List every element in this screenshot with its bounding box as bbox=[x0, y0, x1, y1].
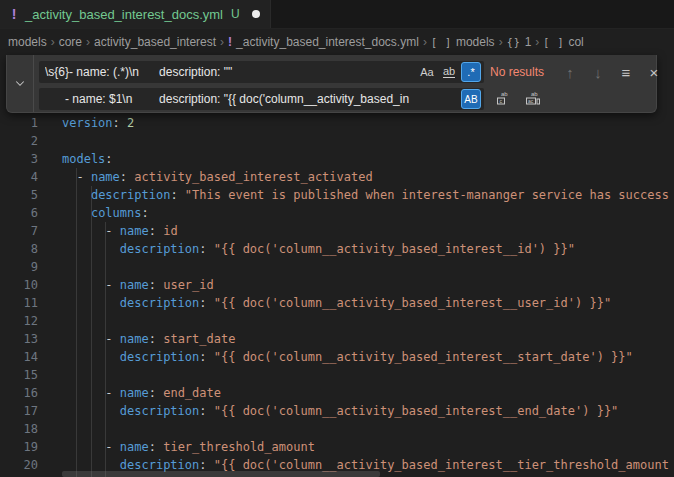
breadcrumb-label: core bbox=[59, 35, 82, 49]
find-input[interactable]: \s{6}- name: (.*)\n description: "" Aa a… bbox=[39, 61, 484, 83]
code-line[interactable]: - name: end_date bbox=[62, 384, 674, 402]
next-match-button[interactable]: ↓ bbox=[587, 61, 609, 83]
line-number: 20 bbox=[0, 456, 38, 474]
code-line[interactable]: - name: tier_threshold_amount bbox=[62, 438, 674, 456]
symbol-array-icon: [ ] bbox=[543, 37, 564, 48]
line-number: 14 bbox=[0, 348, 38, 366]
svg-text:ab: ab bbox=[501, 91, 508, 97]
horizontal-scrollbar[interactable] bbox=[62, 471, 380, 477]
code-line[interactable]: - name: id bbox=[62, 222, 674, 240]
breadcrumb-separator: › bbox=[499, 35, 503, 49]
previous-match-button[interactable]: ↑ bbox=[559, 61, 581, 83]
breadcrumb-item[interactable]: models bbox=[8, 35, 47, 49]
code-lines: version: 2models: - name: activity_based… bbox=[62, 114, 674, 474]
code-line[interactable]: description: "{{ doc('column__activity_b… bbox=[62, 348, 674, 366]
line-number: 7 bbox=[0, 222, 38, 240]
breadcrumb-item[interactable]: {}1 bbox=[507, 35, 532, 49]
breadcrumb: models›core›activity_based_interest›!_ac… bbox=[0, 30, 674, 54]
preserve-case-button[interactable]: AB bbox=[461, 89, 481, 109]
line-number: 9 bbox=[0, 258, 38, 276]
breadcrumb-label: col bbox=[568, 35, 583, 49]
breadcrumb-item[interactable]: core bbox=[59, 35, 82, 49]
breadcrumb-item[interactable]: !_activity_based_interest_docs.yml bbox=[228, 35, 419, 49]
arrow-up-icon: ↑ bbox=[566, 64, 574, 81]
code-line[interactable]: - name: start_date bbox=[62, 330, 674, 348]
replace-value-text: - name: $1\n description: "{{ doc('colum… bbox=[45, 88, 458, 110]
arrow-down-icon: ↓ bbox=[594, 64, 602, 81]
tab-filename: _activity_based_interest_docs.yml bbox=[25, 7, 223, 22]
breadcrumb-label: 1 bbox=[525, 35, 532, 49]
breadcrumb-item[interactable]: activity_based_interest bbox=[94, 35, 216, 49]
code-line[interactable]: description: "{{ doc('column__activity_b… bbox=[62, 402, 674, 420]
modified-dot-icon[interactable] bbox=[252, 10, 260, 18]
line-number: 17 bbox=[0, 402, 38, 420]
replace-input[interactable]: - name: $1\n description: "{{ doc('colum… bbox=[39, 88, 484, 110]
breadcrumb-separator: › bbox=[220, 35, 224, 49]
tab-active-file[interactable]: ! _activity_based_interest_docs.yml U bbox=[0, 0, 271, 28]
svg-text:ac: ac bbox=[528, 98, 534, 104]
git-untracked-badge: U bbox=[231, 7, 240, 21]
svg-text:ab: ab bbox=[531, 91, 538, 97]
close-icon: × bbox=[650, 64, 659, 81]
line-number: 3 bbox=[0, 150, 38, 168]
line-number: 12 bbox=[0, 312, 38, 330]
code-line[interactable] bbox=[62, 312, 674, 330]
breadcrumb-separator: › bbox=[423, 35, 427, 49]
yaml-file-icon: ! bbox=[228, 35, 232, 49]
code-line[interactable]: description: "This event is published wh… bbox=[62, 186, 674, 204]
line-number: 13 bbox=[0, 330, 38, 348]
code-line[interactable]: - name: activity_based_interest_activate… bbox=[62, 168, 674, 186]
code-line[interactable]: description: "{{ doc('column__activity_b… bbox=[62, 240, 674, 258]
find-replace-widget: \s{6}- name: (.*)\n description: "" Aa a… bbox=[6, 55, 657, 113]
line-number: 1 bbox=[0, 114, 38, 132]
breadcrumb-separator: › bbox=[51, 35, 55, 49]
code-line[interactable]: description: "{{ doc('column__activity_b… bbox=[62, 294, 674, 312]
breadcrumb-label: models bbox=[8, 35, 47, 49]
code-line[interactable] bbox=[62, 420, 674, 438]
line-number-gutter: 1234567891011121314151617181920 bbox=[0, 114, 38, 474]
close-find-button[interactable]: × bbox=[643, 61, 665, 83]
code-line[interactable]: columns: bbox=[62, 204, 674, 222]
line-number: 2 bbox=[0, 132, 38, 150]
code-line[interactable]: - name: user_id bbox=[62, 276, 674, 294]
breadcrumb-label: models bbox=[456, 35, 495, 49]
replace-button[interactable]: ab c bbox=[493, 88, 513, 110]
code-editor[interactable]: 1234567891011121314151617181920 version:… bbox=[0, 114, 674, 477]
find-query-text: \s{6}- name: (.*)\n description: "" bbox=[45, 61, 414, 83]
code-line[interactable] bbox=[62, 132, 674, 150]
match-case-button[interactable]: Aa bbox=[417, 62, 437, 82]
code-line[interactable]: version: 2 bbox=[62, 114, 674, 132]
line-number: 16 bbox=[0, 384, 38, 402]
selection-lines-icon: ≡ bbox=[622, 64, 631, 81]
code-line[interactable] bbox=[62, 366, 674, 384]
line-number: 18 bbox=[0, 420, 38, 438]
widget-divider bbox=[33, 55, 34, 112]
whole-word-button[interactable]: ab bbox=[439, 62, 459, 82]
line-number: 11 bbox=[0, 294, 38, 312]
line-number: 6 bbox=[0, 204, 38, 222]
chevron-down-icon bbox=[14, 75, 26, 93]
replace-all-button[interactable]: ab ac bbox=[523, 88, 543, 110]
line-number: 15 bbox=[0, 366, 38, 384]
yaml-file-icon: ! bbox=[9, 6, 19, 22]
line-number: 5 bbox=[0, 186, 38, 204]
tab-bar: ! _activity_based_interest_docs.yml U bbox=[0, 0, 674, 29]
breadcrumb-item[interactable]: [ ]models bbox=[431, 35, 495, 49]
code-line[interactable] bbox=[62, 258, 674, 276]
breadcrumb-label: activity_based_interest bbox=[94, 35, 216, 49]
toggle-replace-button[interactable] bbox=[7, 55, 33, 112]
line-number: 19 bbox=[0, 438, 38, 456]
regex-button[interactable]: .* bbox=[461, 62, 481, 82]
breadcrumb-label: _activity_based_interest_docs.yml bbox=[236, 35, 419, 49]
find-in-selection-button[interactable]: ≡ bbox=[615, 61, 637, 83]
replace-all-icon: ab ac bbox=[524, 90, 542, 109]
symbol-object-icon: {} bbox=[507, 37, 521, 48]
breadcrumb-item[interactable]: [ ]col bbox=[543, 35, 583, 49]
symbol-array-icon: [ ] bbox=[431, 37, 452, 48]
svg-text:c: c bbox=[500, 98, 503, 104]
line-number: 4 bbox=[0, 168, 38, 186]
breadcrumb-separator: › bbox=[86, 35, 90, 49]
code-line[interactable]: models: bbox=[62, 150, 674, 168]
find-status: No results bbox=[490, 61, 544, 83]
line-number: 10 bbox=[0, 276, 38, 294]
